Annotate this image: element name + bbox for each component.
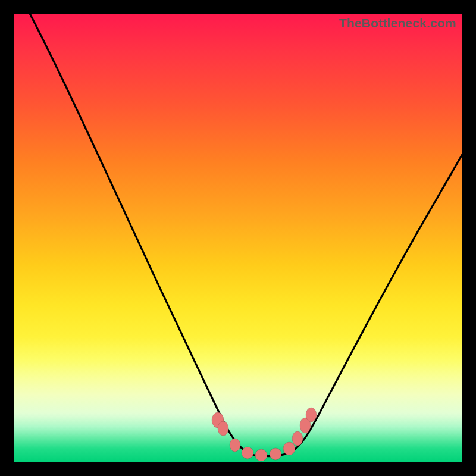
marker-dot (218, 421, 228, 436)
marker-dot (306, 408, 317, 422)
outer-frame: TheBottleneck.com (0, 0, 476, 476)
chart-svg (14, 14, 462, 462)
marker-dot (283, 442, 295, 455)
marker-group (212, 408, 317, 461)
marker-dot (242, 447, 253, 459)
bottleneck-curve (27, 14, 462, 456)
plot-area: TheBottleneck.com (14, 14, 462, 462)
marker-dot (292, 431, 303, 446)
marker-dot (255, 449, 267, 461)
marker-dot (230, 439, 240, 452)
marker-dot (270, 448, 281, 460)
